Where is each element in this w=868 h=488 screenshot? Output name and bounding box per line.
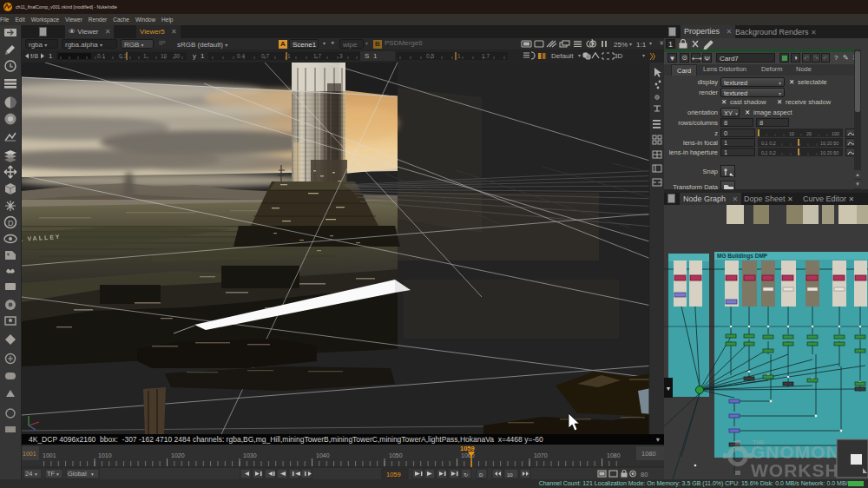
svg-text:1.7: 1.7 [313, 53, 321, 59]
svg-text:y: y [193, 52, 196, 60]
svg-text:1: 1 [457, 53, 461, 59]
svg-text:0.1 0.2: 0.1 0.2 [761, 141, 776, 146]
svg-text:Default: Default [551, 52, 574, 60]
svg-text:0.1 0.2: 0.1 0.2 [761, 150, 776, 155]
svg-text:3: 3 [339, 53, 343, 59]
svg-text:1: 1 [373, 52, 378, 60]
svg-text:MG Buildings DMP: MG Buildings DMP [717, 253, 768, 260]
svg-text:0.5: 0.5 [426, 53, 434, 59]
svg-text:▾: ▾ [642, 53, 645, 58]
svg-text:▾: ▾ [629, 42, 632, 47]
svg-text:1050: 1050 [389, 452, 403, 458]
svg-text:1030: 1030 [243, 452, 257, 458]
svg-text:1080: 1080 [607, 452, 621, 458]
svg-text:30: 30 [174, 53, 181, 59]
svg-text:0.3: 0.3 [119, 53, 127, 59]
svg-text:▾: ▾ [91, 472, 94, 477]
svg-text:1059: 1059 [386, 471, 401, 478]
svg-text:1040: 1040 [316, 452, 330, 458]
svg-text:1.7: 1.7 [482, 53, 490, 59]
svg-text:1010: 1010 [98, 452, 112, 458]
svg-text:0.4: 0.4 [237, 53, 245, 59]
svg-text:1: 1 [798, 150, 800, 155]
svg-text:0.1: 0.1 [97, 53, 105, 59]
svg-text:1001: 1001 [43, 452, 56, 458]
svg-text:1070: 1070 [534, 452, 548, 458]
svg-text:S: S [365, 52, 369, 60]
svg-text:1: 1 [49, 52, 53, 60]
svg-text:1: 1 [287, 53, 291, 59]
svg-text:D: D [479, 472, 483, 478]
svg-text:▾: ▾ [35, 472, 37, 477]
svg-text:f/8: f/8 [30, 52, 38, 60]
svg-text:1020: 1020 [171, 452, 185, 458]
svg-text:10 20 50: 10 20 50 [820, 141, 838, 146]
svg-text:TF: TF [47, 470, 56, 478]
svg-text:10: 10 [507, 472, 513, 478]
svg-text:1: 1 [143, 53, 147, 59]
svg-text:1001: 1001 [23, 451, 36, 457]
svg-text:1080: 1080 [641, 450, 656, 458]
svg-text:10: 10 [789, 131, 794, 136]
svg-text:0.7: 0.7 [261, 53, 269, 59]
svg-text:Global: Global [68, 470, 87, 478]
svg-text:1:1: 1:1 [636, 41, 647, 49]
svg-text:20: 20 [806, 131, 812, 136]
svg-text:▾: ▾ [56, 472, 59, 477]
svg-text:10: 10 [161, 53, 168, 59]
svg-text:25%: 25% [614, 41, 628, 49]
svg-text:GNOMON: GNOMON [751, 442, 840, 462]
svg-text:24: 24 [25, 470, 32, 478]
svg-text:▾: ▾ [578, 53, 581, 58]
svg-text:80: 80 [641, 471, 648, 478]
svg-text:100: 100 [832, 131, 839, 136]
svg-text:D: D [8, 219, 14, 228]
svg-text:10 20 50: 10 20 50 [820, 150, 838, 155]
svg-text:1059: 1059 [460, 445, 475, 452]
svg-text:1: 1 [798, 141, 800, 146]
svg-text:1: 1 [201, 52, 205, 60]
svg-text:3D: 3D [614, 52, 622, 60]
svg-text:▼: ▼ [666, 386, 672, 392]
svg-text:↻: ↻ [464, 472, 468, 478]
